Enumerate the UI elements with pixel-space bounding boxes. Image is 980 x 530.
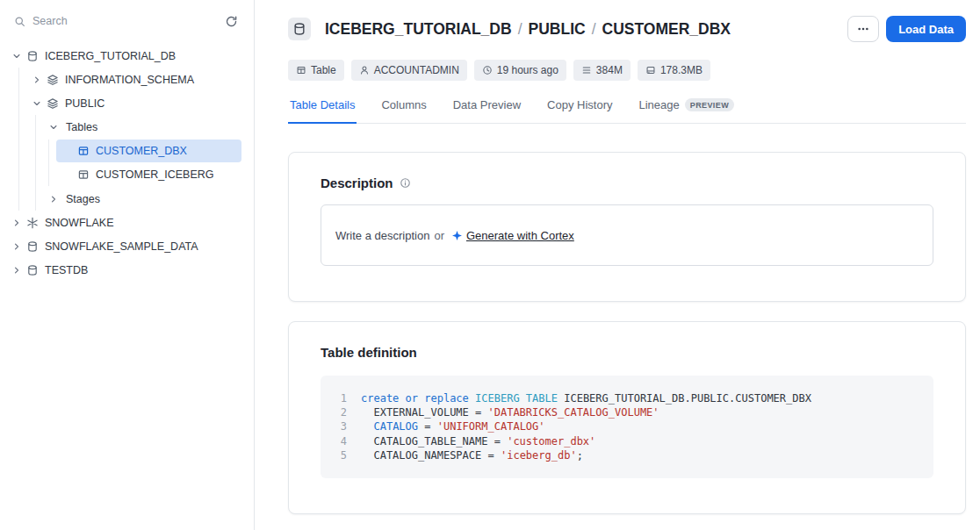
description-card: Description Write a description or Gener… [288, 152, 966, 302]
tab-data-preview[interactable]: Data Preview [451, 95, 522, 124]
object-type-badge: Table [288, 60, 344, 81]
tree-item-label: TESTDB [45, 264, 88, 276]
ddl-code-block: 1create or replace ICEBERG TABLE ICEBERG… [321, 376, 933, 478]
tree-children-tables: CUSTOMER_DBX CUSTOMER_ICEBERG [48, 140, 254, 186]
sidebar-item-public[interactable]: PUBLIC [19, 91, 254, 115]
line-number: 1 [336, 391, 347, 405]
tree-item-label: SNOWFLAKE_SAMPLE_DATA [45, 240, 198, 253]
page-header: ICEBERG_TUTORIAL_DB / PUBLIC / CUSTOMER_… [288, 16, 966, 42]
sidebar-item-customer-dbx[interactable]: CUSTOMER_DBX [56, 140, 241, 162]
tree-children-schema: Tables CUSTOMER_DBX CUSTOMER_ICEBERG [35, 115, 254, 211]
badge-label: 384M [596, 64, 623, 76]
tab-lineage[interactable]: Lineage PREVIEW [637, 95, 736, 124]
sidebar-item-snowflake-sample-data[interactable]: SNOWFLAKE_SAMPLE_DATA [0, 234, 254, 258]
info-icon[interactable] [400, 177, 411, 189]
size-badge: 178.3MB [638, 60, 710, 81]
shared-database-icon [26, 240, 39, 253]
breadcrumb-database[interactable]: ICEBERG_TUTORIAL_DB [325, 20, 512, 39]
tree-item-label: Tables [66, 121, 97, 133]
table-definition-card: Table definition 1create or replace ICEB… [288, 321, 966, 514]
breadcrumb-separator: / [592, 20, 596, 39]
tree-item-label: CUSTOMER_ICEBERG [96, 168, 214, 181]
sidebar-item-iceberg-tutorial-db[interactable]: ICEBERG_TUTORIAL_DB [0, 44, 254, 68]
chevron-down-icon[interactable] [31, 97, 43, 110]
sidebar-search-row [0, 7, 254, 35]
tree-item-label: ICEBERG_TUTORIAL_DB [45, 50, 176, 62]
table-icon [77, 145, 90, 157]
code-text: EXTERNAL_VOLUME = 'DATABRICKS_CATALOG_VO… [361, 405, 659, 419]
clock-icon [482, 65, 493, 75]
code-line: 2 EXTERNAL_VOLUME = 'DATABRICKS_CATALOG_… [336, 405, 918, 419]
breadcrumb-table: CUSTOMER_DBX [602, 20, 731, 39]
last-updated-badge: 19 hours ago [474, 60, 566, 81]
tree-children-database: INFORMATION_SCHEMA PUBLIC Tables [18, 68, 254, 211]
tree-item-label: INFORMATION_SCHEMA [65, 74, 194, 86]
sidebar-item-stages[interactable]: Stages [36, 187, 254, 211]
ellipsis-icon [856, 22, 870, 36]
object-explorer-sidebar: ICEBERG_TUTORIAL_DB INFORMATION_SCHEMA P… [0, 0, 255, 530]
schema-icon [47, 74, 59, 86]
card-title-text: Table definition [321, 345, 417, 360]
chevron-right-icon[interactable] [31, 74, 43, 86]
description-card-title: Description [321, 175, 933, 190]
load-data-button[interactable]: Load Data [886, 16, 966, 42]
breadcrumb-schema[interactable]: PUBLIC [529, 20, 586, 39]
code-line: 3 CATALOG = 'UNIFORM_CATALOG' [336, 419, 918, 433]
sidebar-item-tables[interactable]: Tables [36, 115, 254, 139]
description-placeholder: Write a description [335, 229, 429, 242]
badge-label: 178.3MB [660, 64, 703, 76]
code-line: 1create or replace ICEBERG TABLE ICEBERG… [336, 391, 918, 405]
search-input[interactable] [32, 15, 213, 27]
header-actions: Load Data [847, 16, 966, 42]
tree-item-label: PUBLIC [65, 97, 104, 110]
sidebar-item-information-schema[interactable]: INFORMATION_SCHEMA [19, 68, 254, 91]
generate-with-cortex-link[interactable]: Generate with Cortex [466, 229, 574, 242]
breadcrumb-separator: / [518, 20, 522, 39]
chevron-right-icon[interactable] [11, 264, 23, 276]
refresh-button[interactable] [220, 11, 241, 32]
storage-icon [645, 65, 656, 75]
tab-label: Lineage [638, 98, 679, 111]
app-window: ICEBERG_TUTORIAL_DB INFORMATION_SCHEMA P… [0, 0, 980, 530]
database-icon [26, 264, 39, 276]
tab-table-details[interactable]: Table Details [288, 95, 357, 124]
row-count-badge: 384M [573, 60, 631, 81]
description-or-text: or [434, 229, 444, 242]
person-icon [359, 65, 370, 75]
badge-label: ACCOUNTADMIN [374, 64, 459, 76]
line-number: 5 [336, 448, 347, 462]
tab-label: Copy History [547, 98, 612, 111]
badge-label: 19 hours ago [497, 64, 558, 76]
more-options-button[interactable] [847, 16, 879, 42]
database-explorer-tree: ICEBERG_TUTORIAL_DB INFORMATION_SCHEMA P… [0, 42, 254, 282]
metadata-badges: Table ACCOUNTADMIN 19 hours ago 384M 178… [288, 60, 966, 81]
sidebar-item-customer-iceberg[interactable]: CUSTOMER_ICEBERG [56, 163, 241, 186]
code-lines: 1create or replace ICEBERG TABLE ICEBERG… [336, 391, 918, 462]
search-icon [14, 16, 25, 27]
chevron-down-icon[interactable] [47, 121, 60, 133]
table-object-icon [288, 18, 311, 40]
tab-copy-history[interactable]: Copy History [545, 95, 614, 124]
chevron-right-icon[interactable] [47, 193, 60, 205]
breadcrumb: ICEBERG_TUTORIAL_DB / PUBLIC / CUSTOMER_… [325, 20, 731, 39]
detail-tabs: Table Details Columns Data Preview Copy … [288, 95, 966, 124]
tree-item-label: Stages [66, 193, 100, 205]
tab-columns[interactable]: Columns [379, 95, 428, 124]
table-definition-title: Table definition [321, 345, 933, 360]
chevron-right-icon[interactable] [11, 240, 23, 253]
tab-label: Columns [381, 98, 426, 111]
owner-role-badge: ACCOUNTADMIN [351, 60, 467, 81]
detail-cards: Description Write a description or Gener… [288, 152, 966, 514]
chevron-down-icon[interactable] [11, 50, 23, 62]
sidebar-item-testdb[interactable]: TESTDB [0, 258, 254, 282]
database-icon [26, 50, 39, 62]
code-text: CATALOG = 'UNIFORM_CATALOG' [361, 419, 545, 433]
line-number: 3 [336, 419, 347, 433]
rows-icon [581, 65, 592, 75]
chevron-right-icon[interactable] [11, 217, 23, 229]
table-icon [77, 168, 90, 181]
cortex-sparkle-icon [451, 230, 463, 241]
snowflake-icon [26, 217, 39, 229]
description-input-box[interactable]: Write a description or Generate with Cor… [321, 204, 933, 266]
sidebar-item-snowflake[interactable]: SNOWFLAKE [0, 211, 254, 234]
